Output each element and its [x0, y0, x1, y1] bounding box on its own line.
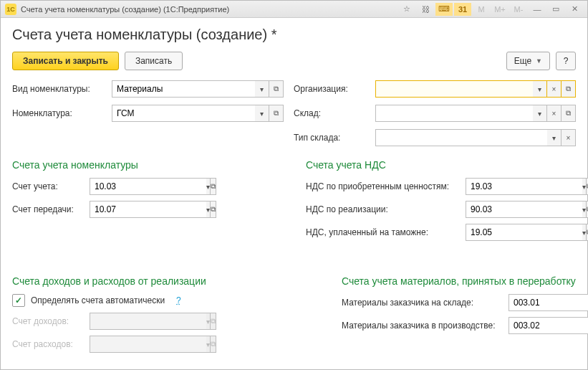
- warehouse-input[interactable]: [375, 105, 533, 122]
- materials-warehouse-label: Материалы заказчика на складе:: [342, 298, 503, 308]
- dropdown-icon[interactable]: ▾: [533, 80, 547, 98]
- income-expense-title: Счета доходов и расходов от реализации: [12, 275, 313, 287]
- transfer-input[interactable]: [90, 201, 206, 218]
- more-button[interactable]: Еще ▼: [506, 52, 550, 70]
- memory-mplus-icon[interactable]: M+: [491, 3, 509, 16]
- vat-customs-field[interactable]: ▾ ⧉: [466, 224, 537, 241]
- account-label: Счет учета:: [12, 181, 84, 191]
- transfer-label: Счет передачи:: [12, 204, 84, 214]
- income-field: ▾ ⧉: [90, 313, 161, 330]
- open-icon: ⧉: [211, 313, 216, 330]
- help-button[interactable]: ?: [556, 52, 576, 70]
- nomenclature-type-field[interactable]: ▾ ⧉: [112, 80, 284, 98]
- chain-icon[interactable]: ⛓: [417, 3, 434, 16]
- warehouse-type-field[interactable]: ▾ ×: [375, 129, 576, 146]
- income-label: Счет доходов:: [12, 316, 84, 326]
- maximize-icon[interactable]: ▭: [547, 3, 564, 16]
- expense-label: Счет расходов:: [12, 339, 84, 349]
- warehouse-field[interactable]: ▾ × ⧉: [375, 105, 576, 122]
- help-link-icon[interactable]: ?: [176, 295, 181, 305]
- materials-warehouse-input[interactable]: [509, 294, 588, 311]
- account-field[interactable]: ▾ ⧉: [90, 178, 161, 195]
- materials-production-input[interactable]: [509, 317, 588, 334]
- dropdown-icon[interactable]: ▾: [547, 129, 562, 146]
- chevron-down-icon: ▼: [536, 57, 542, 65]
- open-icon[interactable]: ⧉: [269, 80, 284, 98]
- materials-section-title: Счета учета материалов, принятых в перер…: [342, 275, 587, 287]
- page-title: Счета учета номенклатуры (создание) *: [12, 27, 576, 43]
- account-input[interactable]: [90, 178, 206, 195]
- dropdown-icon[interactable]: ▾: [255, 105, 269, 122]
- dropdown-icon[interactable]: ▾: [533, 105, 547, 122]
- window-title: Счета учета номенклатуры (создание) (1С:…: [21, 5, 229, 14]
- vat-section-title: Счета учета НДС: [306, 159, 576, 171]
- nomenclature-type-input[interactable]: [112, 80, 255, 98]
- close-icon[interactable]: ✕: [566, 3, 583, 16]
- vat-purchased-field[interactable]: ▾ ⧉: [466, 178, 537, 195]
- transfer-field[interactable]: ▾ ⧉: [90, 201, 161, 218]
- nomenclature-field[interactable]: ▾ ⧉: [112, 105, 284, 122]
- middle-columns: Счета учета номенклатуры Счет учета: ▾ ⧉…: [12, 146, 576, 247]
- open-icon[interactable]: ⧉: [211, 178, 216, 195]
- materials-warehouse-field[interactable]: ▾ ⧉: [509, 294, 587, 311]
- open-icon[interactable]: ⧉: [562, 105, 576, 122]
- open-icon[interactable]: ⧉: [269, 105, 284, 122]
- materials-production-field[interactable]: ▾ ⧉: [509, 317, 587, 334]
- clear-icon[interactable]: ×: [562, 129, 576, 146]
- clear-icon[interactable]: ×: [547, 105, 562, 122]
- warehouse-type-input[interactable]: [375, 129, 547, 146]
- vat-customs-label: НДС, уплаченный на таможне:: [306, 227, 460, 237]
- vat-sales-input[interactable]: [466, 201, 582, 218]
- accounts-section-title: Счета учета номенклатуры: [12, 159, 277, 171]
- nomenclature-input[interactable]: [112, 105, 255, 122]
- organization-input[interactable]: [375, 80, 533, 98]
- minimize-icon[interactable]: —: [529, 3, 546, 16]
- app-icon: 1C: [5, 4, 16, 15]
- expense-field: ▾ ⧉: [90, 336, 161, 353]
- calculator-icon[interactable]: ⌨: [435, 3, 453, 16]
- titlebar: 1C Счета учета номенклатуры (создание) (…: [1, 1, 587, 18]
- vat-sales-field[interactable]: ▾ ⧉: [466, 201, 537, 218]
- vat-sales-label: НДС по реализации:: [306, 204, 460, 214]
- memory-m-icon[interactable]: M: [473, 3, 490, 16]
- memory-mminus-icon[interactable]: M-: [510, 3, 527, 16]
- warehouse-label: Склад:: [294, 108, 365, 118]
- auto-detect-checkbox[interactable]: [12, 294, 25, 307]
- nomenclature-label: Номенклатура:: [12, 108, 102, 118]
- bottom-columns: Счета доходов и расходов от реализации О…: [12, 262, 576, 359]
- more-button-label: Еще: [514, 56, 531, 66]
- calendar-icon[interactable]: 31: [454, 3, 471, 16]
- app-window: 1C Счета учета номенклатуры (создание) (…: [0, 0, 588, 370]
- nomenclature-type-label: Вид номенклатуры:: [12, 84, 102, 94]
- organization-label: Организация:: [294, 84, 365, 94]
- content-area: Счета учета номенклатуры (создание) * За…: [1, 18, 587, 370]
- clear-icon[interactable]: ×: [547, 80, 562, 98]
- open-icon[interactable]: ⧉: [211, 201, 216, 218]
- organization-field[interactable]: ▾ × ⧉: [375, 80, 576, 98]
- open-icon[interactable]: ⧉: [562, 80, 576, 98]
- materials-production-label: Материалы заказчика в производстве:: [342, 321, 503, 331]
- vat-purchased-input[interactable]: [466, 178, 582, 195]
- favorite-icon[interactable]: ☆: [398, 3, 415, 16]
- toolbar: Записать и закрыть Записать Еще ▼ ?: [12, 52, 576, 70]
- open-icon: ⧉: [211, 336, 216, 353]
- vat-customs-input[interactable]: [466, 224, 582, 241]
- income-input: [90, 313, 206, 330]
- dropdown-icon[interactable]: ▾: [255, 80, 269, 98]
- expense-input: [90, 336, 206, 353]
- auto-detect-label: Определять счета автоматически: [31, 295, 165, 305]
- save-close-button[interactable]: Записать и закрыть: [12, 52, 119, 70]
- header-fields: Вид номенклатуры: ▾ ⧉ Организация: ▾ × ⧉…: [12, 80, 576, 146]
- vat-purchased-label: НДС по приобретенным ценностям:: [306, 181, 460, 191]
- save-button[interactable]: Записать: [125, 52, 183, 70]
- warehouse-type-label: Тип склада:: [294, 133, 365, 143]
